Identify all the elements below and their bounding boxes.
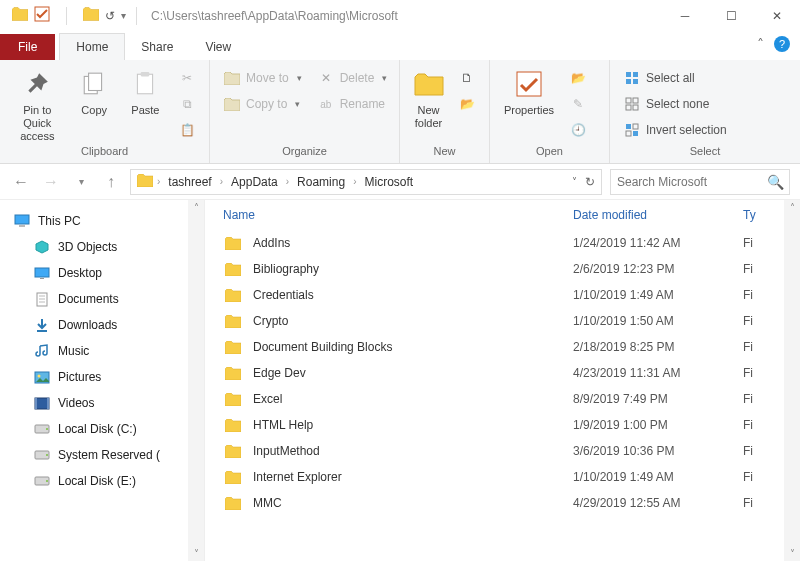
copy-to-button[interactable]: Copy to▾ (218, 92, 308, 116)
nav-item[interactable]: Local Disk (E:) (14, 468, 204, 494)
cut-button[interactable]: ✂ (173, 66, 201, 90)
nav-item[interactable]: This PC (14, 208, 204, 234)
search-input[interactable] (617, 175, 767, 189)
refresh-icon[interactable]: ↻ (585, 175, 595, 189)
delete-button[interactable]: ✕ Delete▾ (312, 66, 394, 90)
nav-item[interactable]: Music (14, 338, 204, 364)
rename-button[interactable]: ab Rename (312, 92, 394, 116)
nav-item[interactable]: Pictures (14, 364, 204, 390)
scroll-up-icon[interactable]: ˄ (194, 200, 199, 215)
copy-button[interactable]: Copy (71, 64, 118, 117)
nav-item-label: Pictures (58, 370, 101, 384)
scroll-up-icon[interactable]: ˄ (790, 200, 795, 215)
file-name: MMC (253, 496, 573, 510)
file-row[interactable]: MMC4/29/2019 12:55 AMFi (223, 490, 800, 516)
file-row[interactable]: Internet Explorer1/10/2019 1:49 AMFi (223, 464, 800, 490)
help-icon[interactable]: ? (774, 36, 790, 52)
nav-item[interactable]: Desktop (14, 260, 204, 286)
crumb-0[interactable]: tashreef (164, 175, 215, 189)
pin-to-quick-access-button[interactable]: Pin to Quick access (8, 64, 67, 144)
tab-share[interactable]: Share (125, 34, 189, 60)
content-area: This PC3D ObjectsDesktopDocumentsDownloa… (0, 200, 800, 561)
file-date: 1/9/2019 1:00 PM (573, 418, 743, 432)
filelist-scrollbar[interactable]: ˄ ˅ (784, 200, 800, 561)
navpane-scrollbar[interactable]: ˄ ˅ (188, 200, 204, 561)
crumb-1[interactable]: AppData (227, 175, 282, 189)
crumb-sep-icon[interactable]: › (286, 176, 289, 187)
close-button[interactable]: ✕ (754, 0, 800, 32)
svg-rect-10 (626, 98, 631, 103)
up-button[interactable]: ↑ (100, 171, 122, 193)
file-row[interactable]: Document Building Blocks2/18/2019 8:25 P… (223, 334, 800, 360)
file-date: 8/9/2019 7:49 PM (573, 392, 743, 406)
invert-selection-button[interactable]: Invert selection (618, 118, 733, 142)
folder-quick-icon[interactable] (83, 6, 99, 25)
tab-home[interactable]: Home (59, 33, 125, 60)
select-all-button[interactable]: Select all (618, 66, 733, 90)
nav-item[interactable]: Local Disk (C:) (14, 416, 204, 442)
back-button[interactable]: ← (10, 171, 32, 193)
svg-rect-21 (40, 278, 44, 279)
crumb-2[interactable]: Roaming (293, 175, 349, 189)
tab-view[interactable]: View (189, 34, 247, 60)
tab-file[interactable]: File (0, 34, 55, 60)
open-button[interactable]: 📂 (564, 66, 592, 90)
file-row[interactable]: InputMethod3/6/2019 10:36 PMFi (223, 438, 800, 464)
nav-item[interactable]: 3D Objects (14, 234, 204, 260)
edit-button[interactable]: ✎ (564, 92, 592, 116)
address-bar[interactable]: › tashreef › AppData › Roaming › Microso… (130, 169, 602, 195)
crumb-3[interactable]: Microsoft (360, 175, 417, 189)
file-row[interactable]: Bibliography2/6/2019 12:23 PMFi (223, 256, 800, 282)
copy-path-icon: ⧉ (179, 96, 195, 112)
crumb-sep-icon[interactable]: › (353, 176, 356, 187)
nav-item[interactable]: Videos (14, 390, 204, 416)
new-item-button[interactable]: 🗋 (453, 66, 481, 90)
svg-rect-19 (19, 225, 25, 227)
copy-path-button[interactable]: ⧉ (173, 92, 201, 116)
file-row[interactable]: HTML Help1/9/2019 1:00 PMFi (223, 412, 800, 438)
file-row[interactable]: Edge Dev4/23/2019 11:31 AMFi (223, 360, 800, 386)
properties-quick-icon[interactable] (34, 6, 50, 25)
undo-icon[interactable]: ↺ (105, 9, 115, 23)
file-row[interactable]: Credentials1/10/2019 1:49 AMFi (223, 282, 800, 308)
search-box[interactable]: 🔍 (610, 169, 790, 195)
file-name: AddIns (253, 236, 573, 250)
file-date: 4/23/2019 11:31 AM (573, 366, 743, 380)
move-to-button[interactable]: Move to▾ (218, 66, 308, 90)
crumb-sep-icon[interactable]: › (157, 176, 160, 187)
scroll-down-icon[interactable]: ˅ (790, 546, 795, 561)
paste-shortcut-button[interactable]: 📋 (173, 118, 201, 142)
qat-dropdown-icon[interactable]: ▾ (121, 10, 126, 21)
search-icon[interactable]: 🔍 (767, 174, 784, 190)
forward-button[interactable]: → (40, 171, 62, 193)
folder-icon (223, 261, 243, 277)
file-name: Internet Explorer (253, 470, 573, 484)
minimize-button[interactable]: ─ (662, 0, 708, 32)
cut-icon: ✂ (179, 70, 195, 86)
history-button[interactable]: 🕘 (564, 118, 592, 142)
title-bar: ↺ ▾ C:\Users\tashreef\AppData\Roaming\Mi… (0, 0, 800, 32)
new-folder-button[interactable]: New folder (408, 64, 449, 130)
column-date[interactable]: Date modified (573, 208, 743, 222)
nav-item[interactable]: Documents (14, 286, 204, 312)
nav-item[interactable]: System Reserved ( (14, 442, 204, 468)
nav-item-label: Desktop (58, 266, 102, 280)
collapse-ribbon-icon[interactable]: ˄ (757, 36, 764, 52)
nav-item[interactable]: Downloads (14, 312, 204, 338)
scroll-down-icon[interactable]: ˅ (194, 546, 199, 561)
maximize-button[interactable]: ☐ (708, 0, 754, 32)
file-row[interactable]: Excel8/9/2019 7:49 PMFi (223, 386, 800, 412)
address-dropdown-icon[interactable]: ˅ (572, 176, 577, 187)
easy-access-button[interactable]: 📂 (453, 92, 481, 116)
select-none-button[interactable]: Select none (618, 92, 733, 116)
select-none-icon (624, 96, 640, 112)
quick-access-toolbar: ↺ ▾ (0, 6, 126, 25)
column-name[interactable]: Name (223, 208, 573, 222)
file-row[interactable]: Crypto1/10/2019 1:50 AMFi (223, 308, 800, 334)
crumb-sep-icon[interactable]: › (220, 176, 223, 187)
history-dropdown[interactable]: ▾ (70, 171, 92, 193)
file-row[interactable]: AddIns1/24/2019 11:42 AMFi (223, 230, 800, 256)
paste-button[interactable]: Paste (122, 64, 169, 117)
properties-button[interactable]: Properties (498, 64, 560, 117)
disk-icon (34, 447, 50, 463)
